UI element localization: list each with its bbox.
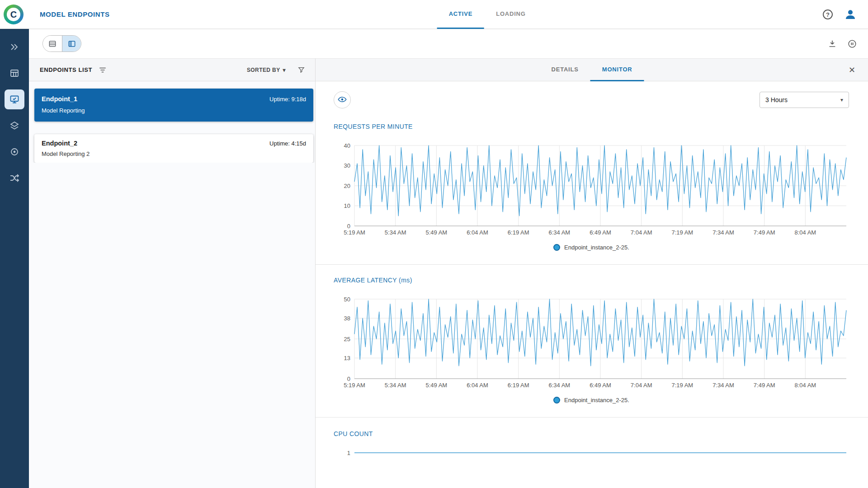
sidebar-item-pipelines[interactable] — [5, 168, 24, 188]
sort-tune-button[interactable] — [99, 66, 107, 74]
sidebar-item-model-endpoints[interactable] — [5, 89, 24, 109]
svg-text:5:49 AM: 5:49 AM — [425, 229, 447, 236]
tab-active[interactable]: ACTIVE — [437, 0, 484, 29]
svg-text:13: 13 — [344, 355, 350, 361]
main-content: ENDPOINTS LIST SORTED BY ▾ Endpoint_1 — [29, 58, 868, 488]
view-toggle-group — [42, 35, 81, 52]
monitor-content: 3 Hours ▾ REQUESTS PER MINUTE 5:19 AM5:3… — [316, 81, 868, 488]
time-range-select[interactable]: 3 Hours ▾ — [760, 92, 849, 108]
requests-per-minute-chart: 5:19 AM5:34 AM5:49 AM6:04 AM6:19 AM6:34 … — [334, 142, 849, 238]
endpoints-list-title: ENDPOINTS LIST — [40, 66, 92, 73]
layers-icon — [9, 120, 20, 131]
top-bar: C MODEL ENDPOINTS ACTIVE LOADING ? — [0, 0, 868, 29]
chart-title-cpu: CPU COUNT — [334, 430, 849, 437]
legend-dot-icon — [553, 397, 560, 404]
tab-monitor[interactable]: MONITOR — [590, 58, 644, 81]
endpoints-list: Endpoint_1 Uptime: 9:18d Model Reporting… — [29, 81, 315, 163]
chart-legend: Endpoint_instance_2-25. — [334, 397, 849, 404]
pause-circle-icon — [847, 39, 857, 49]
svg-text:5:34 AM: 5:34 AM — [385, 229, 406, 236]
sidebar-item-layers[interactable] — [5, 116, 24, 136]
sorted-by-dropdown[interactable]: SORTED BY ▾ — [247, 67, 286, 73]
svg-text:8:04 AM: 8:04 AM — [794, 229, 816, 236]
help-icon[interactable]: ? — [823, 9, 833, 19]
endpoint-uptime: Uptime: 4:15d — [269, 140, 306, 147]
svg-text:7:04 AM: 7:04 AM — [631, 382, 652, 389]
svg-text:7:49 AM: 7:49 AM — [754, 229, 775, 236]
header-tabs: ACTIVE LOADING — [437, 0, 538, 29]
sidebar — [0, 29, 29, 488]
legend-dot-icon — [553, 244, 560, 251]
svg-text:5:19 AM: 5:19 AM — [344, 382, 365, 389]
svg-text:5:19 AM: 5:19 AM — [344, 229, 365, 236]
logo-letter: C — [7, 8, 20, 21]
header-actions: ? — [823, 0, 857, 29]
svg-text:6:34 AM: 6:34 AM — [548, 229, 570, 236]
svg-text:6:19 AM: 6:19 AM — [508, 229, 529, 236]
svg-text:6:34 AM: 6:34 AM — [548, 382, 570, 389]
download-button[interactable] — [827, 39, 837, 49]
svg-text:7:04 AM: 7:04 AM — [631, 229, 652, 236]
list-view-toggle[interactable] — [43, 36, 62, 52]
svg-text:25: 25 — [344, 336, 350, 343]
fast-forward-icon — [9, 42, 20, 52]
split-view-toggle[interactable] — [62, 36, 81, 52]
sidebar-item-deploy[interactable] — [5, 37, 24, 57]
eye-icon — [337, 95, 347, 105]
shuffle-icon — [9, 173, 20, 183]
svg-text:0: 0 — [347, 375, 350, 382]
model-endpoints-icon — [9, 94, 20, 105]
average-latency-chart: 5:19 AM5:34 AM5:49 AM6:04 AM6:19 AM6:34 … — [334, 296, 849, 390]
sidebar-item-models[interactable] — [5, 142, 24, 162]
chevron-down-icon: ▾ — [840, 97, 843, 103]
endpoint-card[interactable]: Endpoint_2 Uptime: 4:15d Model Reporting… — [34, 134, 313, 163]
monitor-tabs: DETAILS MONITOR — [540, 58, 644, 81]
legend-label: Endpoint_instance_2-25. — [564, 397, 629, 404]
view-list-icon — [48, 39, 57, 48]
tab-details[interactable]: DETAILS — [540, 58, 590, 81]
svg-text:10: 10 — [344, 202, 350, 209]
time-range-value: 3 Hours — [765, 96, 788, 103]
svg-text:7:19 AM: 7:19 AM — [671, 229, 693, 236]
svg-text:20: 20 — [344, 183, 350, 189]
svg-text:7:19 AM: 7:19 AM — [671, 382, 693, 389]
cpu-count-chart: 1 — [334, 449, 849, 488]
filter-funnel-icon — [297, 66, 305, 74]
view-split-icon — [67, 39, 76, 48]
visibility-button[interactable] — [334, 91, 351, 108]
section-divider — [316, 417, 868, 418]
chart-title-latency: AVERAGE LATENCY (ms) — [334, 277, 849, 284]
monitor-panel: DETAILS MONITOR ✕ 3 Hours ▾ REQUESTS PER… — [316, 58, 868, 488]
svg-text:7:49 AM: 7:49 AM — [754, 382, 775, 389]
filter-button[interactable] — [297, 66, 305, 74]
toolbar — [29, 29, 868, 58]
tune-icon — [99, 66, 107, 74]
endpoint-uptime: Uptime: 9:18d — [269, 96, 306, 103]
svg-text:7:34 AM: 7:34 AM — [712, 229, 734, 236]
app-logo[interactable]: C — [4, 5, 24, 24]
svg-text:6:49 AM: 6:49 AM — [590, 382, 611, 389]
monitor-controls: 3 Hours ▾ — [334, 91, 849, 108]
endpoint-name: Endpoint_1 — [42, 95, 77, 103]
svg-text:8:04 AM: 8:04 AM — [794, 382, 816, 389]
pause-refresh-button[interactable] — [847, 39, 857, 49]
user-avatar[interactable] — [844, 8, 857, 21]
svg-text:0: 0 — [347, 223, 350, 230]
endpoint-subtitle: Model Reporting — [42, 107, 306, 114]
svg-text:50: 50 — [344, 296, 350, 303]
close-icon[interactable]: ✕ — [849, 65, 855, 75]
person-icon — [844, 8, 857, 21]
legend-label: Endpoint_instance_2-25. — [564, 244, 629, 251]
hub-icon — [9, 146, 20, 157]
download-icon — [827, 39, 837, 49]
svg-text:40: 40 — [344, 142, 350, 149]
section-divider — [316, 264, 868, 265]
endpoint-card[interactable]: Endpoint_1 Uptime: 9:18d Model Reporting — [34, 89, 313, 122]
svg-text:1: 1 — [347, 450, 350, 456]
tab-loading[interactable]: LOADING — [484, 0, 538, 29]
endpoint-name: Endpoint_2 — [42, 140, 77, 147]
svg-text:6:04 AM: 6:04 AM — [467, 382, 488, 389]
endpoint-subtitle: Model Reporting 2 — [42, 150, 306, 157]
sidebar-item-datasets[interactable] — [5, 63, 24, 83]
table-grid-icon — [9, 68, 20, 79]
